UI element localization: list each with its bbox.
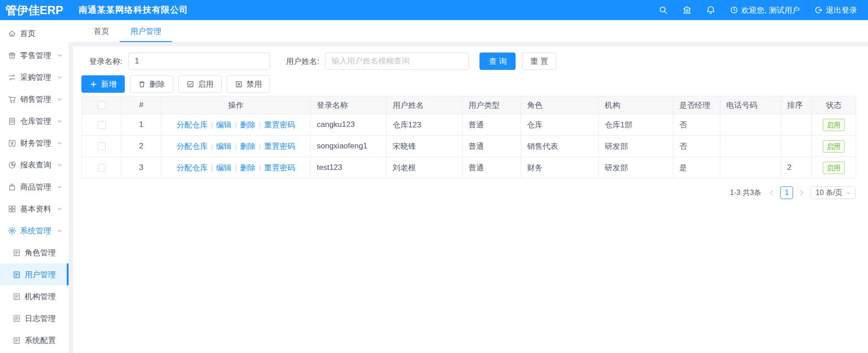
sidebar-item-label: 销售管理: [20, 94, 57, 105]
cell-index: 1: [122, 114, 161, 136]
cell-user-name: 仓库123: [387, 114, 463, 136]
row-checkbox[interactable]: [98, 121, 106, 129]
cell-phone: [720, 114, 781, 136]
search-button[interactable]: 查 询: [479, 53, 516, 70]
status-badge[interactable]: 启用: [823, 119, 845, 131]
welcome-user[interactable]: 欢迎您, 测试用户: [730, 5, 800, 16]
sidebar-item-label: 仓库管理: [20, 116, 57, 126]
tab-home[interactable]: 首页: [83, 20, 120, 42]
action-link-reset-password[interactable]: 重置密码: [264, 142, 295, 151]
sidebar-item-product[interactable]: 商品管理: [0, 176, 69, 198]
warehouse-icon: [8, 117, 16, 126]
column-header: 状态: [812, 96, 856, 114]
sidebar-item-report[interactable]: 报表查询: [0, 154, 69, 176]
cell-checkbox: [82, 136, 122, 157]
delete-button[interactable]: 删除: [130, 75, 173, 93]
sidebar-item-label: 商品管理: [20, 182, 57, 192]
action-separator: |: [259, 142, 261, 151]
action-link-reset-password[interactable]: 重置密码: [264, 121, 295, 129]
sidebar-item-label: 系统管理: [20, 226, 57, 236]
action-separator: |: [259, 163, 261, 172]
cell-user-name: 宋晓锋: [387, 136, 463, 157]
page-size-select[interactable]: 10 条/页: [810, 186, 856, 199]
logout-button[interactable]: 退出登录: [815, 5, 857, 16]
sidebar-item-retail[interactable]: 零售管理: [0, 44, 69, 66]
sidebar-subitem-user[interactable]: 用户管理: [0, 263, 69, 285]
check-square-icon: [186, 80, 194, 88]
sidebar-item-finance[interactable]: 财务管理: [0, 132, 69, 154]
column-header: 登录名称: [311, 96, 387, 114]
action-link-reset-password[interactable]: 重置密码: [264, 163, 295, 172]
action-link-assign-warehouse[interactable]: 分配仓库: [176, 163, 208, 172]
add-button[interactable]: 新增: [81, 75, 125, 93]
cell-sort: 2: [781, 157, 812, 179]
sidebar-subitem-org[interactable]: 机构管理: [0, 285, 69, 307]
pagination: 1-3 共3条 1 10 条/页: [81, 186, 856, 199]
sidebar-item-label: 财务管理: [20, 138, 57, 148]
action-link-edit[interactable]: 编辑: [216, 121, 232, 129]
enable-button[interactable]: 启用: [178, 75, 222, 93]
sidebar-subitem-log[interactable]: 日志管理: [0, 307, 69, 329]
chevron-down-icon: [57, 53, 63, 58]
sidebar-subitem-role[interactable]: 角色管理: [0, 242, 69, 263]
sidebar-item-system[interactable]: 系统管理: [0, 220, 69, 242]
app-logo[interactable]: 管伊佳ERP: [0, 3, 69, 18]
cell-phone: [720, 136, 781, 157]
user-name-input[interactable]: [325, 53, 469, 70]
cell-role: 财务: [521, 157, 599, 179]
row-checkbox[interactable]: [98, 164, 106, 172]
action-link-delete[interactable]: 删除: [240, 121, 256, 129]
action-link-edit[interactable]: 编辑: [216, 142, 232, 151]
action-link-delete[interactable]: 删除: [240, 142, 256, 151]
finance-icon: [8, 139, 16, 148]
action-separator: |: [235, 121, 237, 129]
doc-icon: [12, 336, 21, 345]
retail-icon: [8, 51, 16, 60]
sidebar-item-warehouse[interactable]: 仓库管理: [0, 110, 69, 132]
column-header: 用户类型: [463, 96, 521, 114]
status-badge[interactable]: 启用: [823, 162, 845, 174]
sidebar-item-home[interactable]: 首页: [0, 22, 69, 44]
cell-status: 启用: [812, 114, 856, 136]
action-link-assign-warehouse[interactable]: 分配仓库: [176, 142, 208, 151]
bank-icon[interactable]: [682, 5, 692, 15]
welcome-text: 欢迎您, 测试用户: [741, 5, 800, 16]
action-separator: |: [235, 163, 237, 172]
doc-icon: [12, 270, 21, 279]
next-page-icon[interactable]: [798, 189, 805, 196]
tab-user-management[interactable]: 用户管理: [120, 20, 172, 42]
table-header: #操作登录名称用户姓名用户类型角色机构是否经理电话号码排序状态: [82, 96, 856, 114]
select-all-checkbox[interactable]: [98, 101, 106, 109]
sidebar: 首页零售管理采购管理销售管理仓库管理财务管理报表查询商品管理基本资料系统管理角色…: [0, 20, 69, 353]
cell-actions: 分配仓库|编辑|删除|重置密码: [161, 136, 311, 157]
cell-index: 2: [122, 136, 161, 157]
page-number[interactable]: 1: [780, 186, 793, 199]
disable-button[interactable]: 禁用: [227, 75, 270, 93]
home-icon: [8, 29, 16, 38]
reset-button[interactable]: 重 置: [522, 53, 556, 70]
sidebar-item-sales[interactable]: 销售管理: [0, 88, 69, 110]
purchase-icon: [8, 73, 16, 82]
sidebar-item-label: 采购管理: [20, 72, 57, 83]
column-header: 角色: [521, 96, 599, 114]
prev-page-icon[interactable]: [768, 189, 775, 196]
cell-role: 仓库: [521, 114, 599, 136]
row-checkbox[interactable]: [98, 142, 106, 150]
action-link-edit[interactable]: 编辑: [216, 163, 232, 172]
status-badge[interactable]: 启用: [823, 140, 845, 153]
sidebar-item-basic-data[interactable]: 基本资料: [0, 198, 69, 220]
search-icon[interactable]: [659, 5, 668, 15]
action-link-assign-warehouse[interactable]: 分配仓库: [176, 121, 208, 129]
login-name-input[interactable]: [128, 53, 270, 70]
bell-icon[interactable]: [706, 5, 715, 15]
action-link-delete[interactable]: 删除: [240, 163, 256, 172]
cell-role: 销售代表: [521, 136, 599, 157]
cell-phone: [720, 157, 781, 179]
add-button-label: 新增: [101, 79, 117, 90]
basic-data-icon: [8, 205, 16, 213]
sidebar-subitem-label: 角色管理: [25, 248, 63, 258]
sidebar-subitem-config[interactable]: 系统配置: [0, 329, 69, 351]
sidebar-item-purchase[interactable]: 采购管理: [0, 66, 69, 88]
cell-actions: 分配仓库|编辑|删除|重置密码: [161, 157, 311, 179]
column-header: 电话号码: [720, 96, 781, 114]
